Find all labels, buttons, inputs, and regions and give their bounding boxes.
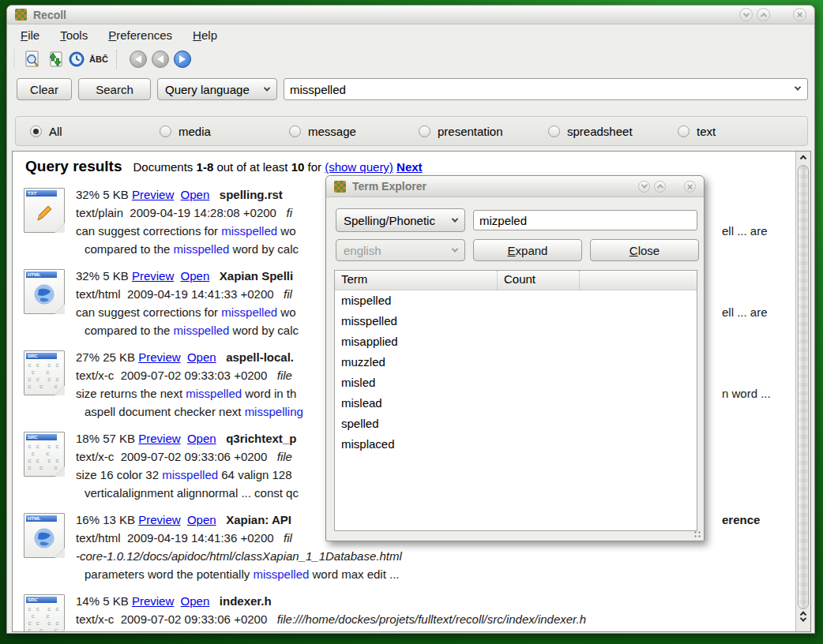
scrollbar-thumb[interactable] [798, 165, 809, 609]
close-button[interactable]: × [793, 8, 806, 21]
query-input[interactable] [284, 78, 808, 100]
radio-icon[interactable] [160, 125, 171, 137]
preview-link[interactable]: Preview [132, 269, 174, 283]
filter-option-presentation[interactable]: presentation [419, 125, 548, 138]
open-link[interactable]: Open [187, 350, 216, 364]
arrow-right-icon [174, 51, 191, 68]
results-scrollbar[interactable] [795, 152, 810, 631]
menu-item-help[interactable]: Help [193, 28, 217, 42]
radio-icon[interactable] [548, 125, 560, 137]
term-row[interactable]: misapplied [335, 331, 697, 352]
query-language-dropdown[interactable]: Query language [157, 78, 277, 100]
open-link[interactable]: Open [187, 513, 216, 526]
term-row[interactable]: mislead [335, 393, 697, 414]
search-row: Clear Search Query language [7, 73, 814, 105]
preview-link[interactable]: Preview [138, 432, 180, 445]
result-line: 14% 5 KB Preview Open indexer.h [76, 592, 795, 610]
preview-link[interactable]: Preview [132, 188, 174, 201]
term-explorer-button[interactable]: ÅBĈ [88, 48, 110, 70]
menu-item-preferences[interactable]: Preferences [108, 28, 172, 42]
chevron-up-icon [760, 13, 766, 19]
language-dropdown[interactable]: english [336, 239, 465, 261]
recoll-app-icon [15, 9, 27, 21]
result-line: text/x-c 2009-07-02 09:33:06 +0200 file:… [76, 610, 795, 628]
term-row[interactable]: muzzled [335, 352, 697, 373]
menu-item-file[interactable]: File [21, 28, 39, 42]
column-header-term[interactable]: Term [335, 271, 497, 290]
maximize-button[interactable] [757, 8, 770, 21]
dialog-maximize-button[interactable] [654, 181, 666, 193]
show-query-link[interactable]: (show query) [325, 160, 393, 174]
dialog-close-button[interactable]: × [684, 181, 696, 193]
preview-link[interactable]: Preview [138, 350, 180, 364]
next-page-button[interactable] [171, 48, 194, 70]
document-icon: HTML [24, 513, 65, 558]
open-link[interactable]: Open [181, 269, 210, 283]
scroll-up-button[interactable] [796, 154, 810, 163]
dialog-title: Term Explorer [352, 180, 427, 193]
term-row[interactable]: misspelled [335, 311, 697, 331]
minimize-button[interactable] [739, 8, 753, 21]
expand-button[interactable]: Expand [473, 239, 582, 261]
scroll-down-button[interactable] [800, 615, 806, 621]
filter-label: All [49, 125, 62, 138]
radio-icon[interactable] [30, 125, 42, 137]
result-text: 14% 5 KB Preview Open indexer.htext/x-c … [76, 592, 795, 631]
open-link[interactable]: Open [181, 594, 210, 608]
term-row[interactable]: misplaced [335, 434, 697, 455]
document-history-button[interactable] [66, 48, 88, 70]
filter-option-text[interactable]: text [678, 125, 807, 138]
doc-type-filters: All media message presentation spreadshe… [15, 116, 808, 146]
filter-option-spreadsheet[interactable]: spreadsheet [548, 125, 678, 138]
previous-page-button[interactable] [149, 48, 171, 70]
first-page-button[interactable] [127, 48, 149, 70]
update-index-button[interactable] [43, 48, 66, 70]
expansion-mode-dropdown[interactable]: Spelling/Phonetic [336, 208, 465, 232]
document-icon: HTML [24, 269, 65, 314]
results-summary: Documents 1-8 out of at least 10 for (sh… [133, 160, 423, 174]
advanced-search-button[interactable] [21, 48, 43, 70]
term-row[interactable]: misled [335, 373, 697, 393]
filter-option-media[interactable]: media [160, 125, 289, 138]
chevron-down-icon [452, 245, 458, 252]
document-icon: SRC [24, 594, 65, 631]
arrow-first-icon [130, 51, 147, 68]
clear-button[interactable]: Clear [17, 78, 72, 100]
column-header-count[interactable]: Count [497, 271, 580, 290]
result-line: -core-1.0.12/docs/apidoc/html/classXapia… [76, 547, 795, 565]
source-code-icon [28, 361, 61, 390]
radio-icon[interactable] [289, 125, 301, 137]
preview-link[interactable]: Preview [132, 594, 174, 608]
doc-type-badge: SRC [26, 597, 57, 603]
document-sync-icon [45, 50, 64, 69]
menu-item-tools[interactable]: Tools [60, 28, 88, 42]
filter-option-message[interactable]: message [289, 125, 419, 138]
dialog-minimize-button[interactable] [638, 181, 650, 193]
magnifier-document-icon [23, 50, 42, 69]
recoll-app-icon [334, 181, 346, 193]
overflow-text-fragment: erence [722, 511, 760, 529]
term-input[interactable] [473, 210, 697, 230]
term-row[interactable]: spelled [335, 414, 697, 434]
term-input-wrap [473, 210, 697, 230]
radio-icon[interactable] [419, 125, 430, 137]
doc-type-badge: SRC [26, 434, 57, 440]
filter-option-all[interactable]: All [30, 125, 160, 138]
open-link[interactable]: Open [187, 432, 216, 445]
search-button[interactable]: Search [78, 78, 151, 100]
term-rows: mispelledmisspelledmisappliedmuzzledmisl… [335, 290, 697, 455]
open-link[interactable]: Open [181, 188, 210, 201]
term-table-header: Term Count [335, 271, 697, 290]
radio-icon[interactable] [678, 125, 690, 137]
term-cell: mispelled [341, 294, 391, 307]
close-dialog-button[interactable]: Close [590, 239, 699, 261]
window-titlebar[interactable]: Recoll × [7, 6, 814, 24]
next-link[interactable]: Next [396, 160, 423, 174]
term-row[interactable]: mispelled [335, 290, 697, 311]
preview-link[interactable]: Preview [138, 513, 180, 526]
resize-grip[interactable] [693, 530, 701, 538]
dialog-titlebar[interactable]: Term Explorer × [326, 176, 704, 197]
term-cell: muzzled [341, 355, 385, 369]
spell-abc-icon: ÅBĈ [89, 54, 108, 64]
toolbar-handle[interactable] [13, 50, 18, 69]
